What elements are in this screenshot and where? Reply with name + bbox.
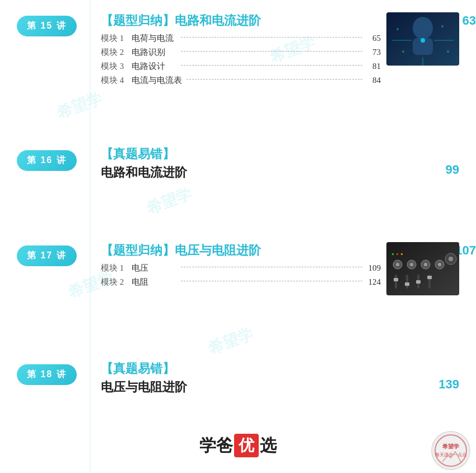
module-name: 电压 [132,263,176,273]
svg-rect-30 [392,253,394,255]
title-black-sec16: 电路和电流进阶 [101,164,459,182]
module-row: 模块 2 电阻 124 [101,277,381,287]
content-sec15: 【题型归纳】电路和电流进阶 63 模块 1 电荷与电流 65 模块 2 电路识别… [101,12,381,86]
badge-sec15: 第 15 讲 [17,16,77,36]
module-dots [181,51,362,52]
module-row: 模块 2 电路识别 73 [101,47,381,58]
svg-point-9 [402,50,404,53]
title-sec17: 【题型归纳】电压与电阻进阶 [101,243,261,257]
thumb-sec17 [386,242,459,295]
svg-point-33 [435,435,466,466]
brand-xuan: 选 [260,434,277,457]
badge-label-sec17: 第 17 讲 [27,251,67,260]
module-name: 电路识别 [132,47,176,58]
badge-sec17: 第 17 讲 [17,245,77,266]
module-row: 模块 3 电路设计 81 [101,61,381,72]
badge-label-sec16: 第 16 讲 [27,155,67,165]
svg-rect-22 [395,275,397,289]
module-row: 模块 1 电荷与电流 65 [101,33,381,44]
svg-rect-24 [406,275,408,289]
svg-point-7 [396,28,399,30]
title-cyan-sec18: 【真题易错】 [101,360,459,378]
svg-rect-23 [394,278,398,281]
module-label: 模块 2 [101,47,132,58]
module-label: 模块 4 [101,75,132,86]
svg-rect-32 [401,253,403,255]
page-num-sec16: 99 [446,163,459,177]
title-sec15: 【题型归纳】电路和电流进阶 [101,13,261,27]
svg-point-8 [447,50,449,53]
content-sec18: 【真题易错】 电压与电阻进阶 139 [101,360,459,396]
module-name: 电流与电流表 [132,75,182,86]
svg-point-6 [421,38,425,43]
title-cyan-sec16: 【真题易错】 [101,146,459,163]
stamp-circle: 希望学 每天进步一点点 [431,431,470,470]
svg-rect-27 [416,280,421,284]
module-page: 84 [367,76,381,85]
svg-point-1 [413,17,433,39]
module-row: 模块 1 电压 109 [101,263,381,273]
module-page: 73 [367,48,381,57]
brand-xue: 学 [199,434,216,457]
badge-label-sec18: 第 18 讲 [27,369,67,379]
svg-point-21 [449,257,453,261]
module-page: 81 [367,62,381,71]
svg-rect-29 [427,276,432,279]
modules-sec15: 模块 1 电荷与电流 65 模块 2 电路识别 73 模块 3 电路设计 81 … [101,33,381,86]
module-dots [186,79,362,80]
badge-sec16: 第 16 讲 [17,150,77,171]
watermark-1: 希望学 [54,88,105,124]
modules-sec17: 模块 1 电压 109 模块 2 电阻 124 [101,263,381,287]
badge-label-sec15: 第 15 讲 [27,21,67,30]
svg-rect-31 [396,253,398,255]
page-num-sec18: 139 [438,377,459,392]
module-page: 65 [367,34,381,43]
watermark-3: 希望学 [143,183,195,219]
module-page: 124 [367,277,381,287]
content-sec17: 【题型归纳】电压与电阻进阶 107 模块 1 电压 109 模块 2 电阻 12… [101,242,381,287]
svg-point-17 [424,263,427,266]
svg-point-19 [438,263,441,266]
module-label: 模块 1 [101,33,132,44]
svg-point-15 [410,263,413,266]
brand-ba: 爸 [216,434,233,457]
brand-you: 优 [234,434,259,457]
module-dots [181,267,362,267]
module-dots [181,65,362,66]
badge-sec18: 第 18 讲 [17,364,77,385]
svg-point-13 [396,263,399,266]
thumb-sec15 [386,12,459,66]
stamp-svg: 希望学 每天进步一点点 [434,434,468,467]
module-label: 模块 3 [101,61,132,72]
left-divider [90,0,91,473]
module-label: 模块 2 [101,277,132,287]
module-dots [181,281,362,281]
svg-text:希望学: 希望学 [442,443,459,449]
content-sec16: 【真题易错】 电路和电流进阶 99 [101,146,459,182]
svg-text:每天进步一点点: 每天进步一点点 [435,452,466,457]
module-name: 电阻 [132,277,176,287]
svg-point-10 [441,25,444,27]
page-num-sec15: 63 [463,13,476,28]
module-label: 模块 1 [101,263,132,273]
page-container: 希望学 希望学 希望学 希望学 希望学 第 15 讲 【题型归纳】电路和电流进阶… [0,0,476,473]
module-row: 模块 4 电流与电流表 84 [101,75,381,86]
title-black-sec18: 电压与电阻进阶 [101,379,459,396]
module-page: 109 [367,263,381,273]
svg-rect-25 [405,282,409,286]
module-dots [181,37,362,38]
bottom-brand: 学 爸 优 选 [199,434,277,457]
module-name: 电路设计 [132,61,176,72]
module-name: 电荷与电流 [132,33,176,44]
watermark-5: 希望学 [205,323,256,359]
